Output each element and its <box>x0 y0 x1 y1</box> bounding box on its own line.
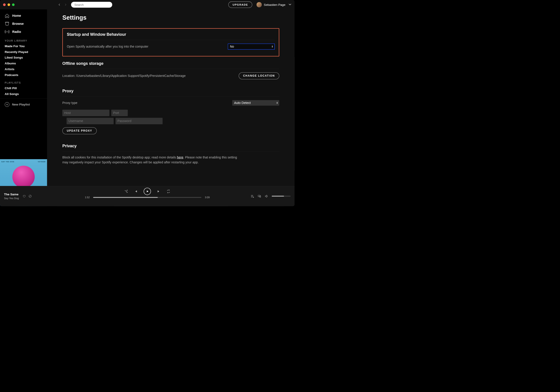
upgrade-button[interactable]: UPGRADE <box>228 1 252 8</box>
sidebar-item-browse[interactable]: Browse <box>0 20 47 28</box>
volume-bar[interactable] <box>272 196 290 197</box>
sidebar-playlist-chill-pill[interactable]: Chill Pill <box>0 85 47 91</box>
sidebar-item-liked-songs[interactable]: Liked Songs <box>0 55 47 60</box>
block-icon[interactable] <box>28 195 32 198</box>
sidebar-item-artists[interactable]: Artists <box>0 66 47 72</box>
plus-icon: + <box>5 102 10 107</box>
select-caret-icon <box>272 46 273 48</box>
privacy-section: Privacy Block all cookies for this insta… <box>62 144 279 165</box>
proxy-port-input[interactable] <box>111 110 128 116</box>
main-content: Settings Startup and Window Behaviour Op… <box>47 10 295 206</box>
play-button[interactable] <box>144 188 151 195</box>
sidebar-item-recently-played[interactable]: Recently Played <box>0 49 47 55</box>
radio-icon <box>5 29 10 34</box>
home-icon <box>5 13 10 18</box>
startup-section-highlight: Startup and Window Behaviour Open Spotif… <box>62 28 279 56</box>
repeat-icon[interactable] <box>167 189 170 193</box>
page-title: Settings <box>62 14 279 21</box>
sidebar-playlist-all-songs[interactable]: All Songs <box>0 91 47 97</box>
svg-point-2 <box>7 31 8 32</box>
offline-section: Offline songs storage Location: /Users/s… <box>62 61 279 79</box>
previous-track-icon[interactable] <box>134 189 138 193</box>
sidebar-item-home[interactable]: Home <box>0 12 47 20</box>
svg-rect-5 <box>258 195 260 197</box>
offline-heading: Offline songs storage <box>62 61 279 66</box>
track-artist[interactable]: Say Yes Dog <box>4 197 19 200</box>
topbar: UPGRADE Sebastien Page <box>0 0 295 10</box>
player-bar: The Same Say Yes Dog 1:52 3:09 <box>0 186 295 206</box>
shuffle-icon[interactable] <box>124 189 128 193</box>
startup-label: Open Spotify automatically after you log… <box>67 44 223 49</box>
sidebar-item-label: Home <box>12 14 21 18</box>
sidebar-item-podcasts[interactable]: Podcasts <box>0 72 47 78</box>
proxy-username-input[interactable] <box>67 118 114 124</box>
sidebar: Home Browse Radio YOUR LIBRARY Made For … <box>0 10 47 206</box>
startup-autolaunch-select[interactable]: No <box>228 44 275 50</box>
sidebar-item-label: Browse <box>12 22 24 26</box>
select-value: Auto Detect <box>234 101 251 105</box>
search-input[interactable] <box>74 3 111 6</box>
privacy-heading: Privacy <box>62 144 279 148</box>
user-menu-button[interactable]: Sebastien Page <box>257 2 292 7</box>
startup-heading: Startup and Window Behaviour <box>67 32 275 37</box>
new-playlist-button[interactable]: + New Playlist <box>0 100 47 109</box>
proxy-type-label: Proxy type <box>62 101 228 105</box>
sidebar-item-albums[interactable]: Albums <box>0 60 47 66</box>
window-controls <box>3 3 15 6</box>
nav-back-button[interactable] <box>58 3 61 6</box>
time-elapsed: 1:52 <box>84 196 91 199</box>
select-value: No <box>230 45 234 48</box>
sidebar-item-made-for-you[interactable]: Made For You <box>0 43 47 49</box>
next-track-icon[interactable] <box>157 189 160 193</box>
offline-location-text: Location: /Users/sebastien/Library/Appli… <box>62 74 234 78</box>
new-playlist-label: New Playlist <box>12 103 30 106</box>
username-label: Sebastien Page <box>264 3 286 7</box>
update-proxy-button[interactable]: UPDATE PROXY <box>62 127 97 134</box>
sidebar-item-label: Radio <box>12 30 21 34</box>
avatar <box>257 2 262 7</box>
queue-icon[interactable] <box>250 195 254 198</box>
proxy-section: Proxy Proxy type Auto Detect <box>62 89 279 134</box>
album-art-text2: VOYAGE <box>38 161 46 163</box>
heart-icon[interactable] <box>23 195 26 198</box>
track-title[interactable]: The Same <box>4 192 19 196</box>
maximize-window-icon[interactable] <box>12 3 15 6</box>
change-location-button[interactable]: CHANGE LOCATION <box>239 72 279 79</box>
nav-forward-button[interactable] <box>64 3 67 6</box>
select-caret-icon <box>276 102 278 104</box>
svg-line-4 <box>29 195 31 197</box>
sidebar-playlists-heading: PLAYLISTS <box>0 78 47 85</box>
volume-icon[interactable] <box>265 195 268 198</box>
proxy-password-input[interactable] <box>116 118 163 124</box>
seek-bar[interactable] <box>93 197 201 198</box>
proxy-type-select[interactable]: Auto Detect <box>232 100 279 106</box>
privacy-details-link[interactable]: here <box>177 156 183 159</box>
close-window-icon[interactable] <box>3 3 6 6</box>
minimize-window-icon[interactable] <box>8 3 10 6</box>
album-art-text1: SAY YES DOG <box>1 161 14 163</box>
proxy-host-input[interactable] <box>62 110 109 116</box>
sidebar-library-heading: YOUR LIBRARY <box>0 36 47 43</box>
privacy-text: Block all cookies for this installation … <box>62 155 242 165</box>
chevron-down-icon <box>289 3 292 7</box>
proxy-heading: Proxy <box>62 89 279 93</box>
devices-icon[interactable] <box>258 195 261 198</box>
browse-icon <box>5 21 10 26</box>
now-playing-info: The Same Say Yes Dog <box>4 192 19 200</box>
time-total: 3:09 <box>204 196 211 199</box>
sidebar-item-radio[interactable]: Radio <box>0 28 47 36</box>
search-input-wrapper[interactable] <box>71 2 112 8</box>
